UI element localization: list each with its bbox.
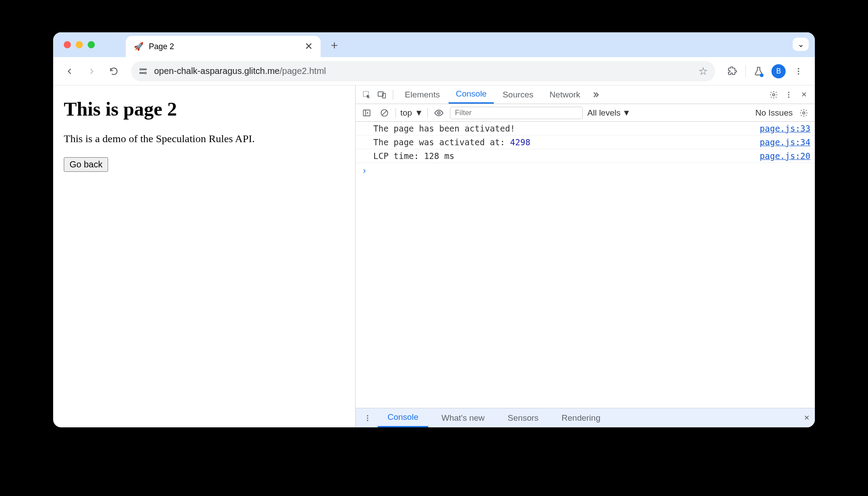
extensions-icon[interactable] [723, 62, 742, 81]
log-message: The page has been activated! [373, 124, 753, 133]
svg-point-0 [140, 68, 142, 70]
close-drawer-icon[interactable]: ✕ [804, 414, 810, 422]
toolbar-divider [745, 65, 746, 78]
svg-line-17 [382, 111, 387, 115]
devtools-drawer: Console What's new Sensors Rendering ✕ [356, 408, 815, 427]
back-button[interactable] [60, 62, 79, 81]
window-controls [64, 41, 95, 48]
profile-avatar[interactable]: B [771, 64, 786, 78]
content-area: This is page 2 This is a demo of the Spe… [53, 85, 815, 427]
close-devtools-icon[interactable]: ✕ [797, 88, 810, 101]
browser-tab[interactable]: 🚀 Page 2 ✕ [126, 36, 321, 57]
context-selector[interactable]: top▼ [400, 108, 423, 118]
page-paragraph: This is a demo of the Speculation Rules … [64, 133, 345, 145]
svg-point-6 [798, 73, 799, 74]
console-prompt[interactable]: › [356, 163, 815, 178]
svg-point-12 [788, 94, 790, 95]
reload-button[interactable] [105, 62, 123, 81]
drawer-menu-icon[interactable] [361, 411, 374, 425]
more-tabs-icon[interactable] [589, 88, 602, 101]
svg-rect-1 [142, 69, 146, 70]
labs-icon[interactable] [749, 62, 768, 81]
address-bar[interactable]: open-chalk-asparagus.glitch.me/page2.htm… [131, 61, 715, 81]
divider [427, 108, 428, 118]
log-message: The page was activated at: 4298 [373, 137, 753, 147]
drawer-tab-console[interactable]: Console [378, 408, 428, 427]
tab-elements[interactable]: Elements [398, 85, 447, 104]
drawer-tab-whatsnew[interactable]: What's new [432, 408, 495, 427]
tab-favicon-icon: 🚀 [134, 42, 143, 51]
log-source-link[interactable]: page.js:34 [760, 137, 810, 147]
site-info-icon[interactable] [138, 67, 148, 75]
svg-point-13 [788, 96, 790, 97]
svg-point-20 [367, 415, 368, 416]
new-tab-button[interactable]: ＋ [329, 37, 340, 53]
svg-rect-3 [140, 72, 144, 73]
svg-point-4 [798, 68, 799, 69]
forward-button[interactable] [82, 62, 101, 81]
svg-point-11 [788, 92, 790, 93]
sidebar-toggle-icon[interactable] [360, 106, 373, 120]
console-toolbar: top▼ All levels▼ No Issues [356, 104, 815, 122]
svg-point-2 [145, 72, 147, 74]
svg-point-21 [367, 417, 368, 418]
tab-console[interactable]: Console [449, 85, 494, 104]
log-source-link[interactable]: page.js:33 [760, 124, 810, 133]
console-log-row: LCP time: 128 ms page.js:20 [356, 149, 815, 163]
drawer-tab-sensors[interactable]: Sensors [498, 408, 548, 427]
tab-strip: 🚀 Page 2 ✕ ＋ ⌄ [53, 32, 815, 57]
issues-status[interactable]: No Issues [756, 108, 793, 118]
maximize-window-button[interactable] [88, 41, 95, 48]
drawer-tab-rendering[interactable]: Rendering [552, 408, 610, 427]
svg-point-10 [773, 93, 775, 96]
close-tab-button[interactable]: ✕ [305, 41, 313, 52]
rendered-page: This is page 2 This is a demo of the Spe… [53, 85, 355, 427]
log-levels-selector[interactable]: All levels▼ [587, 108, 631, 118]
device-toggle-icon[interactable] [375, 88, 388, 101]
svg-point-18 [438, 112, 440, 114]
browser-window: 🚀 Page 2 ✕ ＋ ⌄ open-chalk-asparagus.glit… [53, 32, 815, 427]
notification-dot [760, 74, 763, 77]
toolbar: open-chalk-asparagus.glitch.me/page2.htm… [53, 57, 815, 85]
close-window-button[interactable] [64, 41, 71, 48]
browser-menu-button[interactable] [789, 62, 808, 81]
console-settings-gear-icon[interactable] [797, 106, 810, 120]
tabs-dropdown-button[interactable]: ⌄ [793, 38, 809, 51]
svg-rect-14 [364, 110, 370, 116]
devtools-panel: Elements Console Sources Network ✕ [355, 85, 815, 427]
svg-point-5 [798, 70, 799, 72]
svg-point-22 [367, 419, 368, 421]
settings-gear-icon[interactable] [767, 88, 780, 101]
live-expression-icon[interactable] [432, 106, 446, 120]
console-log-row: The page was activated at: 4298 page.js:… [356, 136, 815, 149]
url-text: open-chalk-asparagus.glitch.me/page2.htm… [154, 66, 692, 76]
tab-title: Page 2 [149, 42, 174, 51]
tab-network[interactable]: Network [542, 85, 588, 104]
console-log-row: The page has been activated! page.js:33 [356, 122, 815, 136]
minimize-window-button[interactable] [76, 41, 83, 48]
divider [393, 90, 393, 100]
log-source-link[interactable]: page.js:20 [760, 151, 810, 161]
svg-point-19 [803, 112, 805, 114]
devtools-menu-icon[interactable] [782, 88, 795, 101]
go-back-button[interactable]: Go back [64, 157, 108, 172]
inspect-element-icon[interactable] [360, 88, 373, 101]
devtools-tabs: Elements Console Sources Network ✕ [356, 85, 815, 104]
clear-console-icon[interactable] [378, 106, 391, 120]
tab-sources[interactable]: Sources [496, 85, 541, 104]
page-heading: This is page 2 [64, 98, 345, 120]
console-output: The page has been activated! page.js:33 … [356, 122, 815, 408]
divider [395, 108, 396, 118]
bookmark-star-icon[interactable]: ☆ [698, 65, 708, 78]
log-message: LCP time: 128 ms [373, 151, 753, 161]
filter-input[interactable] [450, 107, 583, 119]
